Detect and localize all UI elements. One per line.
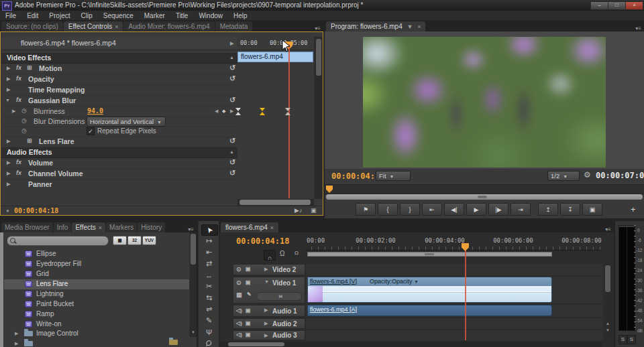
show-keyframes-icon[interactable]: ✎ xyxy=(247,291,252,297)
expand-icon[interactable]: ▶ xyxy=(15,331,18,336)
slip-tool[interactable]: ⇆ xyxy=(201,293,217,303)
fx-badge-icon[interactable]: fx xyxy=(16,96,21,103)
reset-icon[interactable]: ↺ xyxy=(229,137,235,145)
slide-tool[interactable]: ⇌ xyxy=(201,304,217,314)
zoom-level-dropdown[interactable]: Fit▼ xyxy=(376,171,411,181)
program-playhead-marker[interactable] xyxy=(326,186,333,193)
collapse-section-icon[interactable]: ▲ xyxy=(229,55,234,60)
blurriness-value[interactable]: 94.0 xyxy=(87,107,103,115)
hand-tool[interactable]: Ψ xyxy=(201,327,217,337)
video-clip[interactable]: flowers-6.mp4 [V] Opacity:Opacity ▼ xyxy=(307,277,552,303)
fx-badge-icon[interactable]: fx xyxy=(16,75,21,82)
play-button[interactable]: ▶ xyxy=(466,203,486,216)
tab-close-icon[interactable]: × xyxy=(417,23,421,30)
sync-lock-icon[interactable]: ▣ xyxy=(246,279,251,285)
expand-icon[interactable]: ▶ xyxy=(7,171,10,176)
rate-stretch-tool[interactable]: ↔ xyxy=(201,270,217,280)
blur-dimensions-dropdown[interactable]: Horizontal and Vertical▼ xyxy=(87,117,166,127)
tab-source[interactable]: Source: (no clips) xyxy=(1,21,63,31)
export-frame-icon[interactable]: ▣ xyxy=(311,207,317,214)
expand-icon[interactable]: ▶ xyxy=(12,109,15,114)
mark-out-button[interactable]: } xyxy=(400,203,420,216)
encore-chapter-marker-icon[interactable]: Ω xyxy=(280,250,284,257)
scroll-thumb[interactable] xyxy=(239,200,311,205)
tab-close-icon[interactable]: × xyxy=(270,224,274,231)
expand-icon[interactable]: ▶ xyxy=(15,341,18,346)
work-area-bar[interactable] xyxy=(307,252,552,257)
set-display-style-icon[interactable]: ▤ xyxy=(236,291,242,298)
menu-project[interactable]: Project xyxy=(44,12,75,19)
sync-lock-icon[interactable]: ▣ xyxy=(246,320,251,326)
panel-menu-icon[interactable]: ▾≡ xyxy=(602,226,614,232)
effects-search-input[interactable] xyxy=(7,236,109,246)
collapse-icon[interactable]: ▼ xyxy=(5,98,10,102)
speaker-icon[interactable]: ◁) xyxy=(236,320,242,326)
fx-badge-icon[interactable]: fx xyxy=(16,64,21,71)
menu-sequence[interactable]: Sequence xyxy=(98,12,139,19)
expand-icon[interactable]: ▶ xyxy=(7,160,10,165)
solo-left-button[interactable]: S xyxy=(619,335,627,344)
speaker-icon[interactable]: ◁) xyxy=(236,332,242,338)
panel-menu-icon[interactable]: ▾≡ xyxy=(633,25,644,31)
timeline-vertical-scrollbar[interactable]: ▲ ▼ xyxy=(603,264,612,340)
menu-title[interactable]: Title xyxy=(170,12,194,19)
prev-keyframe-icon[interactable]: ◀ xyxy=(215,109,218,114)
opacity-rubber-band[interactable] xyxy=(308,291,551,292)
pen-tool[interactable]: ✎ xyxy=(201,316,217,326)
tab-program[interactable]: Program: flowers-6.mp4 ▼ × xyxy=(326,21,425,31)
solo-right-button[interactable]: S xyxy=(627,335,636,344)
program-video-frame[interactable] xyxy=(363,37,606,167)
list-item[interactable]: Write-on xyxy=(4,320,189,330)
tab-effect-controls[interactable]: Effect Controls× xyxy=(64,21,123,31)
sync-lock-icon[interactable]: ▣ xyxy=(246,307,251,314)
extract-button[interactable]: ↧ xyxy=(560,203,580,216)
settings-wrench-icon[interactable]: ⚙ xyxy=(584,170,591,180)
unnumbered-marker-icon[interactable]: Ω xyxy=(294,250,299,256)
ec-mini-ruler[interactable]: 00:00 00:00:05:00 xyxy=(237,37,314,50)
expand-icon[interactable]: ▶ xyxy=(7,182,10,187)
scroll-thumb[interactable] xyxy=(228,342,284,346)
collapse-track-icon[interactable]: ▼ xyxy=(264,279,269,284)
timeline-horizontal-scrollbar[interactable] xyxy=(219,342,602,347)
track-header-video1[interactable]: ⊙ ▣ ▼ Video 1 ▤ ✎ ◀ ● ▶ xyxy=(233,277,305,303)
new-custom-bin-icon[interactable] xyxy=(169,340,178,345)
list-item[interactable]: Ramp xyxy=(4,309,189,320)
expand-track-icon[interactable]: ▶ xyxy=(264,307,268,313)
effects-vertical-scrollbar[interactable]: ▼ xyxy=(189,232,197,337)
clip-effect-dropdown-icon[interactable]: ▼ xyxy=(414,279,419,284)
tab-metadata[interactable]: Metadata xyxy=(215,21,253,31)
keyframe-icon-selected[interactable] xyxy=(260,108,266,115)
playback-resolution-dropdown[interactable]: 1/2▼ xyxy=(547,171,580,181)
expand-icon[interactable]: ▶ xyxy=(7,139,10,144)
tab-close-icon[interactable]: × xyxy=(115,23,118,30)
tab-sequence[interactable]: flowers-6.mp4× xyxy=(221,222,278,232)
panel-drag-strip[interactable] xyxy=(0,232,3,347)
scroll-down-icon[interactable]: ▼ xyxy=(606,328,610,332)
sync-lock-icon[interactable]: ▣ xyxy=(246,266,251,272)
snap-toggle[interactable]: ∩ xyxy=(264,250,276,261)
menu-edit[interactable]: Edit xyxy=(21,12,44,19)
scrub-audio-icon[interactable]: ▶♪ xyxy=(294,207,302,214)
tab-media-browser[interactable]: Media Browser xyxy=(1,222,53,232)
track-header-audio1[interactable]: ◁) ▣ ▶ Audio 1 xyxy=(233,305,305,317)
step-forward-button[interactable]: |▶ xyxy=(488,203,508,216)
speaker-icon[interactable]: ◁) xyxy=(236,307,242,314)
ec-current-timecode[interactable]: 00:00:04:18 xyxy=(14,207,58,214)
reset-icon[interactable]: ↺ xyxy=(229,96,235,105)
audio-level-meter[interactable] xyxy=(619,225,635,331)
reset-icon[interactable]: ↺ xyxy=(229,74,235,83)
menu-file[interactable]: File xyxy=(0,12,21,19)
keyframe-icon[interactable] xyxy=(235,108,241,115)
track-header-audio2[interactable]: ◁) ▣ ▶ Audio 2 xyxy=(233,318,305,329)
selection-tool[interactable]: ➤ xyxy=(201,224,218,236)
button-editor-plus[interactable]: + xyxy=(631,204,636,214)
mark-in-button[interactable]: { xyxy=(378,203,398,216)
track-select-tool[interactable]: ↦ xyxy=(201,236,217,246)
track-header-audio3[interactable]: ◁) ▣ ▶ Audio 3 xyxy=(233,330,305,340)
expand-icon[interactable]: ▶ xyxy=(7,76,10,82)
filter-yuv[interactable]: YUV xyxy=(142,236,156,245)
keyframe-icon[interactable] xyxy=(285,108,291,115)
scroll-up-icon[interactable]: ▲ xyxy=(606,322,610,326)
sync-lock-icon[interactable]: ▣ xyxy=(246,332,251,338)
go-to-in-button[interactable]: ⇤ xyxy=(422,203,442,216)
